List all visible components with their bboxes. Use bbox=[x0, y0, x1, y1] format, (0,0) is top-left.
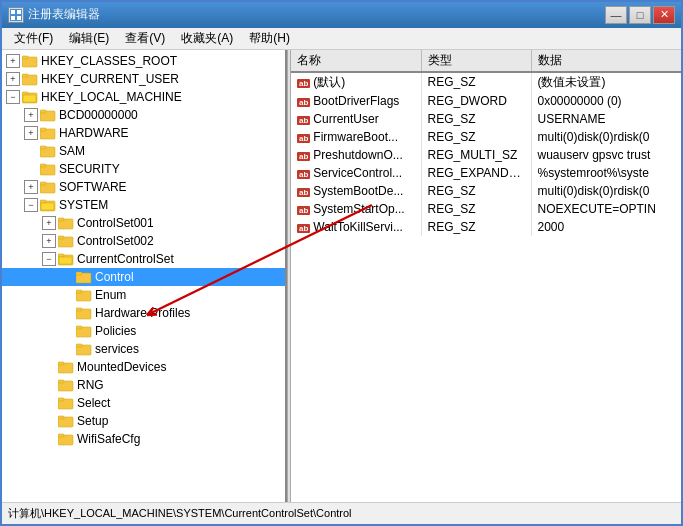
reg-type-cell: REG_EXPAND_SZ bbox=[421, 164, 531, 182]
reg-data-cell: wuauserv gpsvc trust bbox=[531, 146, 681, 164]
tree-label-system: SYSTEM bbox=[59, 198, 108, 212]
folder-icon-setup bbox=[58, 414, 74, 428]
close-button[interactable]: ✕ bbox=[653, 6, 675, 24]
folder-icon-control bbox=[76, 270, 92, 284]
tree-label-ccs002: ControlSet002 bbox=[77, 234, 154, 248]
tree-item-services[interactable]: services bbox=[2, 340, 285, 358]
table-row[interactable]: abSystemBootDe...REG_SZmulti(0)disk(0)rd… bbox=[291, 182, 681, 200]
menu-item-view[interactable]: 查看(V) bbox=[117, 28, 173, 49]
folder-icon-select bbox=[58, 396, 74, 410]
reg-type-cell: REG_DWORD bbox=[421, 92, 531, 110]
expand-btn-hkcu[interactable]: + bbox=[6, 72, 20, 86]
folder-icon-bcd bbox=[40, 108, 56, 122]
table-row[interactable]: abFirmwareBoot...REG_SZmulti(0)disk(0)rd… bbox=[291, 128, 681, 146]
expand-btn-ccs[interactable]: − bbox=[42, 252, 56, 266]
tree-item-select[interactable]: Select bbox=[2, 394, 285, 412]
reg-type-cell: REG_SZ bbox=[421, 128, 531, 146]
folder-icon-enum bbox=[76, 288, 92, 302]
folder-icon-ccs001 bbox=[58, 216, 74, 230]
menu-item-favorites[interactable]: 收藏夹(A) bbox=[173, 28, 241, 49]
reg-data-cell: 0x00000000 (0) bbox=[531, 92, 681, 110]
expand-btn-hardware[interactable]: + bbox=[24, 126, 38, 140]
window-title: 注册表编辑器 bbox=[28, 6, 100, 23]
svg-rect-26 bbox=[58, 218, 64, 221]
tree-item-hwprofiles[interactable]: Hardware Profiles bbox=[2, 304, 285, 322]
tree-item-policies[interactable]: Policies bbox=[2, 322, 285, 340]
svg-rect-35 bbox=[76, 290, 82, 293]
tree-item-ccs001[interactable]: + ControlSet001 bbox=[2, 214, 285, 232]
menu-item-help[interactable]: 帮助(H) bbox=[241, 28, 298, 49]
svg-rect-23 bbox=[40, 200, 46, 203]
reg-name-cell: abCurrentUser bbox=[291, 110, 421, 128]
svg-rect-19 bbox=[40, 164, 46, 167]
expand-btn-ccs002[interactable]: + bbox=[42, 234, 56, 248]
tree-item-hklm[interactable]: − HKEY_LOCAL_MACHINE bbox=[2, 88, 285, 106]
table-row[interactable]: abSystemStartOp...REG_SZ NOEXECUTE=OPTIN bbox=[291, 200, 681, 218]
tree-item-hardware[interactable]: + HARDWARE bbox=[2, 124, 285, 142]
svg-rect-49 bbox=[58, 416, 64, 419]
tree-label-select: Select bbox=[77, 396, 110, 410]
table-row[interactable]: abServiceControl...REG_EXPAND_SZ%systemr… bbox=[291, 164, 681, 182]
reg-name-cell: ab(默认) bbox=[291, 72, 421, 92]
folder-icon-mounteddevices bbox=[58, 360, 74, 374]
table-row[interactable]: abWaitToKillServi...REG_SZ2000 bbox=[291, 218, 681, 236]
app-icon bbox=[8, 7, 24, 23]
tree-item-rng[interactable]: RNG bbox=[2, 376, 285, 394]
tree-item-wifisafecfg[interactable]: WifiSafeCfg bbox=[2, 430, 285, 448]
svg-rect-51 bbox=[58, 434, 64, 437]
tree-item-mounteddevices[interactable]: MountedDevices bbox=[2, 358, 285, 376]
reg-name-cell: abPreshutdownO... bbox=[291, 146, 421, 164]
tree-item-enum[interactable]: Enum bbox=[2, 286, 285, 304]
menu-item-edit[interactable]: 编辑(E) bbox=[61, 28, 117, 49]
tree-item-software[interactable]: + SOFTWARE bbox=[2, 178, 285, 196]
tree-label-setup: Setup bbox=[77, 414, 108, 428]
table-row[interactable]: abPreshutdownO...REG_MULTI_SZwuauserv gp… bbox=[291, 146, 681, 164]
table-row[interactable]: abCurrentUserREG_SZUSERNAME bbox=[291, 110, 681, 128]
reg-data-cell: USERNAME bbox=[531, 110, 681, 128]
tree-item-bcd[interactable]: + BCD00000000 bbox=[2, 106, 285, 124]
expand-btn-hkcr[interactable]: + bbox=[6, 54, 20, 68]
tree-label-security: SECURITY bbox=[59, 162, 120, 176]
col-header-data: 数据 bbox=[531, 50, 681, 72]
tree-label-hklm: HKEY_LOCAL_MACHINE bbox=[41, 90, 182, 104]
svg-rect-33 bbox=[76, 272, 82, 275]
tree-item-setup[interactable]: Setup bbox=[2, 412, 285, 430]
folder-icon-sam bbox=[40, 144, 56, 158]
minimize-button[interactable]: — bbox=[605, 6, 627, 24]
svg-rect-21 bbox=[40, 182, 46, 185]
svg-rect-13 bbox=[40, 110, 46, 113]
tree-item-ccs002[interactable]: + ControlSet002 bbox=[2, 232, 285, 250]
reg-name-cell: abBootDriverFlags bbox=[291, 92, 421, 110]
tree-item-hkcu[interactable]: + HKEY_CURRENT_USER bbox=[2, 70, 285, 88]
reg-type-cell: REG_SZ bbox=[421, 182, 531, 200]
svg-rect-39 bbox=[76, 326, 82, 329]
tree-label-hkcu: HKEY_CURRENT_USER bbox=[41, 72, 179, 86]
tree-item-sam[interactable]: SAM bbox=[2, 142, 285, 160]
folder-icon-hardware bbox=[40, 126, 56, 140]
expand-btn-bcd[interactable]: + bbox=[24, 108, 38, 122]
reg-type-cell: REG_MULTI_SZ bbox=[421, 146, 531, 164]
tree-item-security[interactable]: SECURITY bbox=[2, 160, 285, 178]
expand-btn-ccs001[interactable]: + bbox=[42, 216, 56, 230]
svg-rect-37 bbox=[76, 308, 82, 311]
expand-btn-system[interactable]: − bbox=[24, 198, 38, 212]
svg-rect-11 bbox=[23, 95, 36, 102]
reg-data-cell: NOEXECUTE=OPTIN bbox=[531, 200, 681, 218]
folder-icon-services bbox=[76, 342, 92, 356]
tree-item-ccs[interactable]: − CurrentControlSet bbox=[2, 250, 285, 268]
expand-btn-hklm[interactable]: − bbox=[6, 90, 20, 104]
tree-item-hkcr[interactable]: + HKEY_CLASSES_ROOT bbox=[2, 52, 285, 70]
table-row[interactable]: abBootDriverFlagsREG_DWORD0x00000000 (0) bbox=[291, 92, 681, 110]
svg-rect-28 bbox=[58, 236, 64, 239]
svg-rect-17 bbox=[40, 146, 46, 149]
expand-btn-software[interactable]: + bbox=[24, 180, 38, 194]
status-bar: 计算机\HKEY_LOCAL_MACHINE\SYSTEM\CurrentCon… bbox=[2, 502, 681, 524]
tree-item-control[interactable]: Control bbox=[2, 268, 285, 286]
maximize-button[interactable]: □ bbox=[629, 6, 651, 24]
menu-item-file[interactable]: 文件(F) bbox=[6, 28, 61, 49]
folder-icon-software bbox=[40, 180, 56, 194]
tree-label-rng: RNG bbox=[77, 378, 104, 392]
window-frame: 注册表编辑器 — □ ✕ 文件(F)编辑(E)查看(V)收藏夹(A)帮助(H) … bbox=[0, 0, 683, 526]
tree-item-system[interactable]: − SYSTEM bbox=[2, 196, 285, 214]
table-row[interactable]: ab(默认)REG_SZ(数值未设置) bbox=[291, 72, 681, 92]
